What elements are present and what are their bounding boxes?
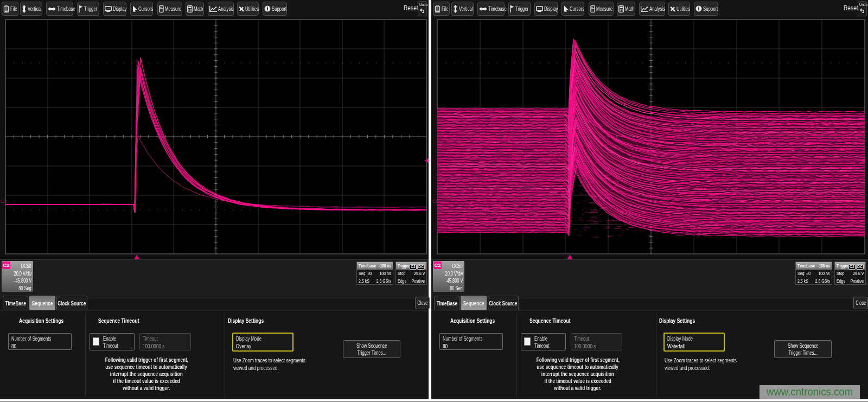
svg-text:C2: C2: [1, 199, 7, 204]
svg-text:C2: C2: [432, 199, 439, 204]
